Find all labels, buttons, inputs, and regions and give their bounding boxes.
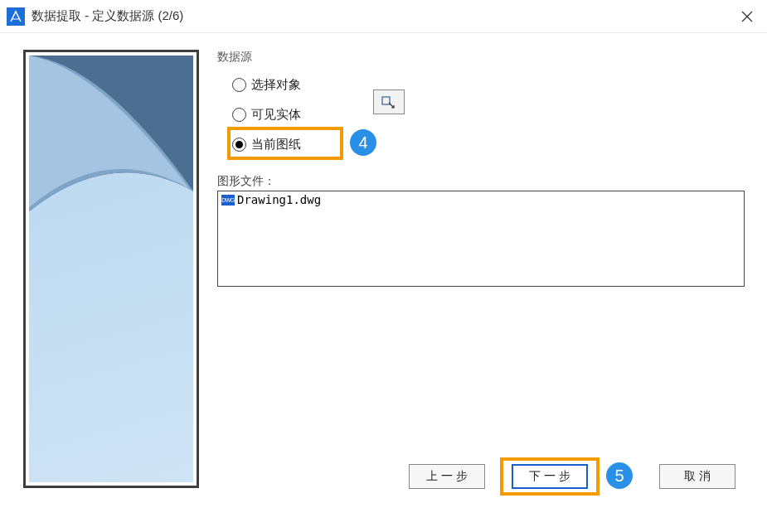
- cancel-button[interactable]: 取消: [659, 464, 735, 489]
- next-button-wrap: 下一步 5: [500, 457, 600, 496]
- app-icon: [7, 7, 25, 26]
- button-label: 下一步: [529, 469, 574, 484]
- dwg-file-icon: DWG: [221, 195, 235, 206]
- page-curl-decoration: [29, 56, 193, 482]
- button-label: 上一步: [426, 469, 471, 484]
- radio-label: 当前图纸: [251, 137, 301, 152]
- radio-icon: [232, 78, 246, 92]
- window-title: 数据提取 - 定义数据源 (2/6): [32, 8, 735, 24]
- radio-icon-checked: [232, 138, 246, 152]
- button-row: 上一步 下一步 5 取消: [409, 457, 735, 496]
- drawing-files-label: 图形文件：: [217, 174, 747, 189]
- preview-image: [29, 56, 193, 482]
- list-item[interactable]: DWG Drawing1.dwg: [221, 193, 740, 206]
- dialog-body: 数据源 选择对象 可见实体: [0, 33, 767, 532]
- radio-visible-entities[interactable]: 可见实体: [232, 99, 747, 129]
- radio-select-objects[interactable]: 选择对象: [232, 70, 747, 99]
- callout-4: 4: [350, 129, 376, 156]
- file-name: Drawing1.dwg: [237, 193, 321, 206]
- radio-label: 选择对象: [251, 77, 301, 93]
- preview-pane: [23, 50, 199, 488]
- radio-current-drawing[interactable]: 当前图纸 4: [232, 129, 747, 159]
- callout-5: 5: [606, 462, 633, 489]
- close-button[interactable]: [735, 5, 759, 28]
- drawing-files-list[interactable]: DWG Drawing1.dwg: [217, 191, 745, 287]
- close-icon: [741, 11, 753, 22]
- data-source-label: 数据源: [217, 50, 747, 65]
- titlebar: 数据提取 - 定义数据源 (2/6): [0, 0, 767, 33]
- data-source-group: 选择对象 可见实体 当前图纸 4: [217, 68, 747, 159]
- prev-button[interactable]: 上一步: [409, 464, 485, 489]
- next-button[interactable]: 下一步: [512, 464, 588, 489]
- button-label: 取消: [684, 469, 714, 484]
- settings-column: 数据源 选择对象 可见实体: [217, 50, 747, 519]
- radio-icon: [232, 108, 246, 122]
- radio-label: 可见实体: [251, 107, 301, 123]
